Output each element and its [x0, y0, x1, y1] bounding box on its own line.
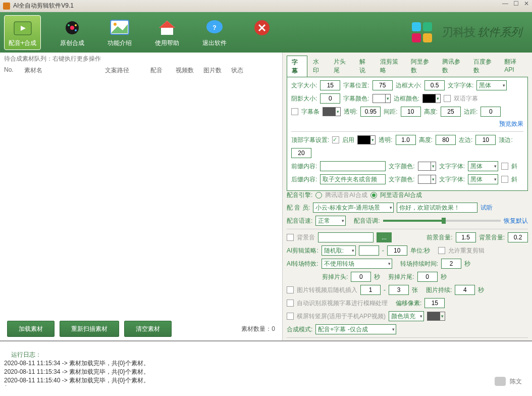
queue-hint: 待合成素材队列：右键执行更多操作 [0, 53, 282, 65]
tab-watermark[interactable]: 水印 [308, 56, 328, 77]
transition-dur-input[interactable] [441, 259, 461, 269]
svg-point-5 [75, 24, 77, 26]
reset-voice-link[interactable]: 恢复默认 [504, 217, 528, 225]
top-enable-checkbox[interactable] [332, 136, 339, 143]
font-select[interactable]: 黑体 [476, 80, 507, 90]
suffix-color[interactable] [418, 175, 436, 184]
nav-original-compose[interactable]: 原创合成 [56, 16, 88, 49]
tab-subtitle[interactable]: 字幕 [287, 56, 307, 77]
bilingual-checkbox[interactable] [444, 95, 451, 102]
trim-tail-input[interactable] [417, 272, 438, 282]
engine-ali-radio[interactable] [370, 192, 377, 199]
preview-link[interactable]: 预览效果 [499, 120, 523, 128]
clapper-icon [12, 18, 33, 38]
voice-speed-select[interactable]: 正常 [315, 216, 346, 226]
pic2vid-checkbox[interactable] [287, 286, 294, 293]
prefix-font-select[interactable]: 黑体 [468, 161, 498, 171]
svg-point-8 [114, 23, 117, 26]
nav-exit[interactable]: 停止合成 [246, 16, 278, 49]
ai-strategy-select[interactable]: 随机取: [322, 245, 356, 256]
suffix-input[interactable]: 取子文件夹名或音频 [320, 174, 386, 184]
bar-color[interactable] [323, 107, 341, 116]
trim-head-input[interactable] [351, 272, 371, 282]
engine-tencent-radio[interactable] [315, 192, 322, 199]
window-title: AI全自动剪辑软件V9.1 [13, 2, 74, 10]
transition-select[interactable]: 不使用转场 [322, 259, 392, 269]
rotate-checkbox[interactable] [287, 313, 294, 320]
wechat-icon [495, 377, 506, 386]
tab-intro-outro[interactable]: 片头尾 [329, 56, 354, 77]
bar-gap-input[interactable] [401, 107, 421, 117]
top-left-input[interactable] [475, 135, 496, 145]
rescan-material-button[interactable]: 重新扫描素材 [60, 321, 119, 337]
ai-from-input[interactable] [359, 245, 379, 256]
play-test-link[interactable]: 试听 [481, 204, 493, 212]
top-alpha-input[interactable] [396, 135, 416, 145]
bgm-browse-button[interactable]: ... [377, 232, 392, 242]
load-material-button[interactable]: 加载素材 [7, 321, 55, 337]
svg-point-6 [75, 29, 77, 31]
titlebar: AI全自动剪辑软件V9.1 — ☐ ✕ [0, 0, 532, 12]
prefix-italic-checkbox[interactable] [501, 163, 508, 170]
subtitle-color[interactable] [373, 94, 391, 103]
maximize-icon[interactable]: ☐ [513, 0, 519, 7]
nav-help[interactable]: ? 退出软件 [198, 16, 231, 49]
subtitle-bar-checkbox[interactable] [291, 108, 298, 115]
ai-to-input[interactable] [387, 245, 407, 256]
blur-offset-input[interactable] [424, 298, 445, 308]
tab-translate-api[interactable]: 翻译API [500, 56, 528, 77]
tab-narration[interactable]: 解说 [355, 56, 375, 77]
pic-dur-input[interactable] [455, 285, 475, 295]
nav-voice-compose[interactable]: 配音+合成 [4, 15, 41, 50]
pic-to-input[interactable] [389, 285, 409, 295]
font-size-input[interactable] [320, 80, 340, 90]
bar-height-input[interactable] [441, 107, 461, 117]
allow-dup-checkbox[interactable] [438, 247, 445, 254]
bg-volume-input[interactable] [508, 232, 528, 242]
subtitle-pos-input[interactable] [373, 80, 393, 90]
prefix-color[interactable] [418, 162, 436, 171]
watermark: 陈文 [495, 377, 522, 386]
bgm-checkbox[interactable] [287, 234, 294, 241]
app-icon [3, 3, 10, 10]
bar-edge-input[interactable] [481, 107, 501, 117]
nav-home[interactable]: 使用帮助 [151, 16, 183, 49]
top-height-input[interactable] [436, 135, 456, 145]
bar-alpha-input[interactable] [360, 107, 381, 117]
settings-tabs: 字幕 水印 片头尾 解说 混剪策略 阿里参数 腾讯参数 百度参数 翻译API [287, 56, 528, 77]
prefix-input[interactable] [320, 161, 386, 171]
border-size-input[interactable] [424, 80, 445, 90]
top-top-input[interactable] [291, 148, 311, 158]
tab-ali-params[interactable]: 阿里参数 [406, 56, 437, 77]
main-toolbar: 配音+合成 原创合成 功能介绍 使用帮助 ? 退出软件 停止合成 刃科技 软件系… [0, 12, 532, 53]
bgm-path[interactable] [318, 232, 374, 242]
close-icon[interactable]: ✕ [524, 0, 529, 7]
compose-mode-select[interactable]: 配音+字幕 -仅合成 [315, 324, 396, 334]
auto-blur-checkbox[interactable] [287, 300, 294, 307]
reel-icon [62, 18, 83, 38]
minimize-icon[interactable]: — [502, 0, 508, 7]
nav-features[interactable]: 功能介绍 [103, 16, 136, 49]
tab-baidu-params[interactable]: 百度参数 [469, 56, 499, 77]
voice-test-text[interactable]: 你好，欢迎试听效果！ [397, 203, 477, 213]
table-header: No. 素材名 文案路径 配音 视频数 图片数 状态 [0, 65, 282, 76]
tab-tencent-params[interactable]: 腾讯参数 [438, 56, 468, 77]
shadow-size-input[interactable] [320, 93, 340, 104]
tab-mix-strategy[interactable]: 混剪策略 [376, 56, 406, 77]
material-grid[interactable] [0, 76, 282, 317]
pitch-slider[interactable] [383, 220, 501, 222]
clear-material-button[interactable]: 清空素材 [124, 321, 172, 337]
top-color[interactable] [357, 135, 376, 144]
fg-volume-input[interactable] [456, 232, 476, 242]
suffix-font-select[interactable]: 黑体 [468, 174, 498, 184]
log-panel: 运行日志： 2020-08-11 11:15:34 -> 素材加载完毕，共{0}… [0, 340, 532, 386]
house-icon [156, 18, 178, 38]
pic-from-input[interactable] [360, 285, 381, 295]
border-color[interactable] [422, 94, 441, 103]
brand-text: 刃科技 [442, 25, 475, 40]
suffix-italic-checkbox[interactable] [501, 176, 508, 183]
brand-logo [412, 22, 432, 42]
rotate-mode-select[interactable]: 颜色填充 [389, 311, 424, 321]
voice-actor-select[interactable]: 小云-标准女声-通用场景 [313, 203, 394, 213]
rotate-color[interactable] [427, 312, 445, 321]
